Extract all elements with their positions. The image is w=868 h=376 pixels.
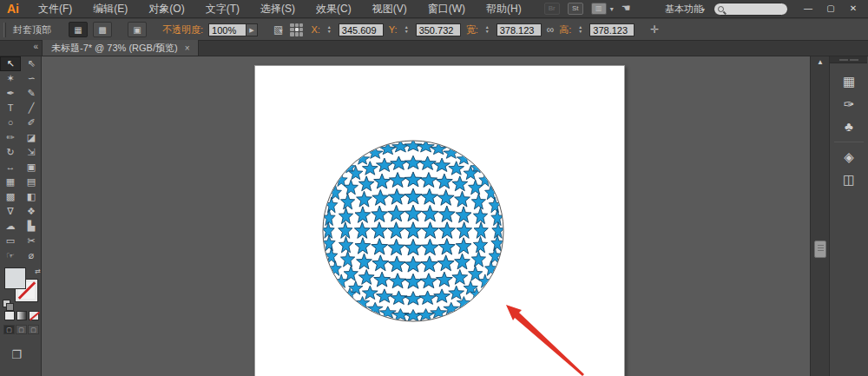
line-segment-tool[interactable]: ╱	[21, 101, 42, 115]
eraser-tool[interactable]: ◪	[21, 130, 42, 145]
selection-tool[interactable]: ↖	[0, 56, 21, 71]
screen-mode-button[interactable]: ❐	[7, 348, 26, 362]
width-field[interactable]: 378.123	[496, 23, 542, 36]
symbol-sprayer-tool[interactable]: ☁	[0, 219, 21, 234]
search-input[interactable]	[713, 3, 788, 16]
menu-item-0[interactable]: 文件(F)	[28, 0, 82, 18]
mesh-tool[interactable]: ▩	[0, 189, 21, 204]
column-graph-tool[interactable]: ▙	[21, 219, 42, 234]
menu-item-7[interactable]: 窗口(W)	[418, 0, 476, 18]
menu-item-1[interactable]: 编辑(E)	[82, 0, 138, 18]
vertical-scrollbar[interactable]: ▲	[810, 56, 829, 376]
height-field[interactable]: 378.123	[589, 23, 635, 36]
brushes-panel-icon[interactable]: ✑	[834, 93, 864, 115]
document-tab-bar: « 未标题-7* @ 73% (RGB/预览) ×	[0, 41, 868, 56]
none-button[interactable]	[29, 311, 39, 320]
search-icon	[718, 6, 724, 12]
fill-stroke-area: ⇄	[3, 267, 41, 307]
tab-close-icon[interactable]: ×	[185, 43, 190, 53]
y-spinner[interactable]: ▲▼	[403, 23, 411, 36]
scale-tool[interactable]: ⇲	[21, 145, 42, 160]
x-spinner[interactable]: ▲▼	[326, 23, 333, 36]
rotate-tool[interactable]: ↻	[0, 145, 21, 160]
canvas[interactable]	[42, 56, 810, 376]
fill-swatch[interactable]	[4, 267, 26, 289]
dock-divider	[834, 142, 864, 142]
arrange-documents-icon[interactable]: ▥	[591, 3, 607, 15]
eyedropper-tool[interactable]: ∇	[0, 204, 21, 219]
free-transform-tool[interactable]: ▣	[21, 160, 42, 175]
paintbrush-tool[interactable]: ✐	[21, 115, 42, 130]
width-tool[interactable]: ↔	[0, 160, 21, 175]
close-button[interactable]: ✕	[842, 2, 865, 16]
color-button[interactable]	[4, 311, 15, 320]
link-dimensions-icon[interactable]: ∞	[547, 23, 555, 36]
tools-panel: ↖⇖✶∽✒✎T╱○✐✏◪↻⇲↔▣▦▤▩◧∇❖☁▙▭✂☞⌀ ⇄ ▢ ▢ ▢ ❐	[0, 56, 42, 376]
toolbar-collapse-button[interactable]: «	[0, 40, 42, 56]
height-spinner[interactable]: ▲▼	[576, 23, 584, 36]
swatches-panel-icon[interactable]: ▦	[834, 70, 864, 93]
artboard-tool[interactable]: ▭	[0, 234, 21, 248]
y-field[interactable]: 350.732	[416, 23, 461, 36]
control-bar-grip	[3, 23, 6, 37]
menu-item-3[interactable]: 文字(T)	[195, 0, 250, 18]
transform-icon[interactable]: ✛	[650, 23, 659, 36]
dock-grip[interactable]	[830, 56, 867, 63]
x-label[interactable]: X:	[311, 24, 319, 35]
menu-item-5[interactable]: 效果(C)	[306, 0, 362, 18]
opacity-label[interactable]: 不透明度:	[162, 23, 203, 36]
scroll-up-icon[interactable]: ▲	[811, 56, 830, 69]
zoom-tool[interactable]: ⌀	[21, 248, 42, 263]
workspace-switcher[interactable]: 基本功能 ▾	[665, 3, 705, 16]
hand-tool[interactable]: ☞	[0, 248, 21, 263]
edit-contents-button[interactable]: ▩	[93, 22, 112, 37]
opacity-dropdown-button[interactable]: ▶	[247, 23, 258, 36]
edit-envelope-button[interactable]: ▦	[69, 22, 88, 37]
touch-hand-icon[interactable]: ☚	[621, 3, 631, 15]
draw-behind-button[interactable]: ▢	[16, 325, 27, 334]
draw-inside-button[interactable]: ▢	[28, 325, 39, 334]
blend-tool[interactable]: ❖	[21, 204, 42, 219]
reference-point-locator[interactable]	[290, 23, 303, 36]
layers-panel-icon[interactable]: ◈	[834, 146, 864, 168]
slice-tool[interactable]: ✂	[21, 234, 42, 248]
menu-item-2[interactable]: 对象(O)	[138, 0, 194, 18]
height-label[interactable]: 高:	[559, 23, 571, 36]
curvature-tool[interactable]: ✎	[21, 86, 42, 101]
restore-button[interactable]: ▢	[819, 2, 842, 16]
type-tool[interactable]: T	[0, 101, 21, 115]
direct-selection-tool[interactable]: ⇖	[21, 56, 42, 71]
dock-icons: ▦✑♣◈◫	[830, 63, 868, 191]
width-spinner[interactable]: ▲▼	[483, 23, 491, 36]
default-fill-stroke-icon[interactable]	[3, 300, 10, 307]
gradient-tool[interactable]: ◧	[21, 189, 42, 204]
swap-fill-stroke-icon[interactable]: ⇄	[35, 267, 41, 275]
pen-tool[interactable]: ✒	[0, 86, 21, 101]
menu-item-4[interactable]: 选择(S)	[250, 0, 306, 18]
magic-wand-tool[interactable]: ✶	[0, 71, 21, 86]
document-tab[interactable]: 未标题-7* @ 73% (RGB/预览) ×	[42, 40, 199, 56]
ellipse-tool[interactable]: ○	[0, 115, 21, 130]
arrange-documents-caret[interactable]: ▾	[610, 5, 614, 13]
bridge-icon[interactable]: Br	[544, 3, 560, 15]
recolor-artwork-icon[interactable]: ▧▾	[273, 23, 282, 36]
menu-item-8[interactable]: 帮助(H)	[476, 0, 532, 18]
shape-builder-tool[interactable]: ▦	[0, 175, 21, 189]
pencil-tool[interactable]: ✏	[0, 130, 21, 145]
gradient-button[interactable]	[16, 311, 27, 320]
lasso-tool[interactable]: ∽	[21, 71, 42, 86]
perspective-grid-tool[interactable]: ▤	[21, 175, 42, 189]
artboards-panel-icon[interactable]: ◫	[834, 168, 864, 191]
minimize-button[interactable]: —	[797, 2, 819, 16]
envelope-options-button[interactable]: ▣	[128, 22, 147, 37]
draw-normal-button[interactable]: ▢	[3, 325, 15, 334]
stock-icon[interactable]: St	[568, 3, 583, 15]
panel-dock: ▦✑♣◈◫	[829, 56, 868, 376]
menu-item-6[interactable]: 视图(V)	[362, 0, 418, 18]
symbols-panel-icon[interactable]: ♣	[834, 115, 864, 138]
opacity-field[interactable]: 100%	[208, 23, 247, 36]
x-field[interactable]: 345.609	[339, 23, 384, 36]
width-label[interactable]: 宽:	[466, 23, 478, 36]
scrollbar-thumb[interactable]	[814, 241, 826, 258]
y-label[interactable]: Y:	[389, 24, 398, 35]
